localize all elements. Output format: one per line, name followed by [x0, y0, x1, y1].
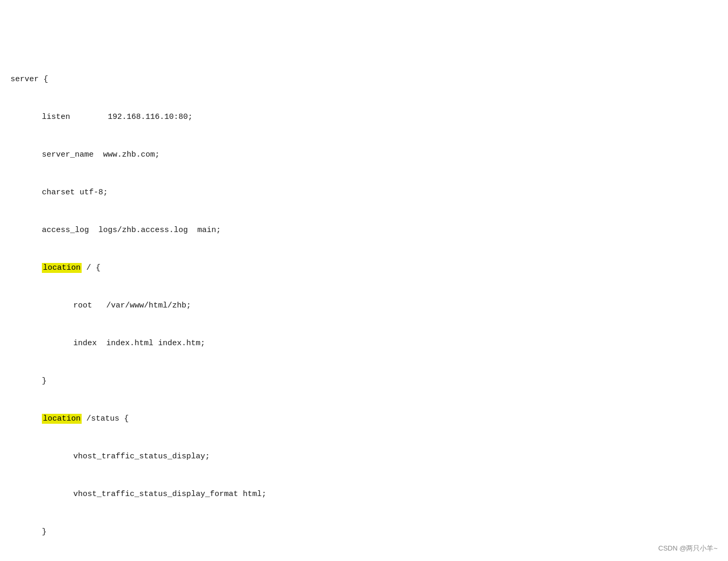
watermark: CSDN @两只小羊~ — [658, 544, 718, 553]
line: vhost_traffic_status_display_format html… — [10, 488, 718, 501]
keyword-location: location — [42, 263, 82, 273]
line: server_name www.zhb.com; — [10, 149, 718, 161]
line: } — [10, 526, 718, 538]
line: } — [10, 375, 718, 388]
line: access_log logs/zhb.access.log main; — [10, 224, 718, 237]
line: root /var/www/html/zhb; — [10, 300, 718, 312]
line: charset utf-8; — [10, 186, 718, 199]
line: location / { — [10, 262, 718, 274]
line: server { — [10, 73, 718, 86]
keyword-location: location — [42, 414, 82, 424]
server-block-1: server { listen 192.168.116.10:80; serve… — [10, 48, 718, 561]
line: listen 192.168.116.10:80; — [10, 111, 718, 124]
code-viewer: server { listen 192.168.116.10:80; serve… — [0, 5, 728, 561]
line: location /status { — [10, 413, 718, 425]
line: index index.html index.htm; — [10, 337, 718, 350]
line: vhost_traffic_status_display; — [10, 450, 718, 463]
